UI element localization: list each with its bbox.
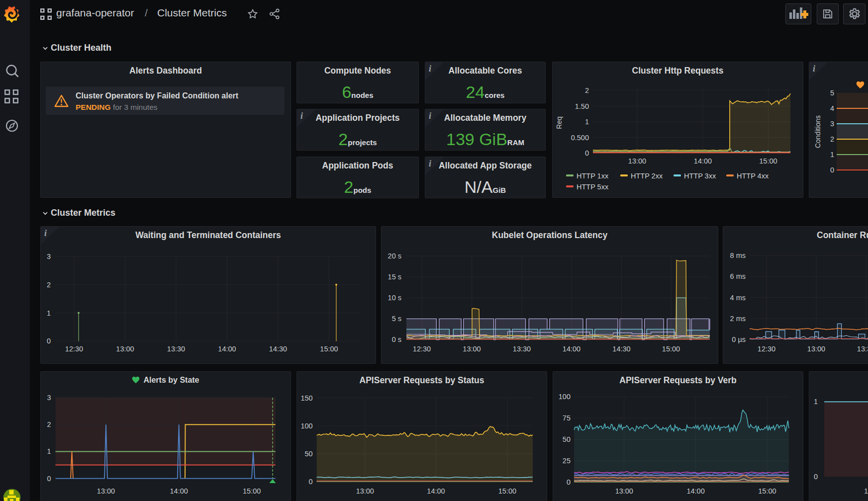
svg-text:2: 2 <box>830 135 834 143</box>
svg-text:1: 1 <box>814 398 818 406</box>
svg-text:20 s: 20 s <box>388 252 401 260</box>
svg-text:13:00: 13:00 <box>356 487 374 495</box>
svg-text:2: 2 <box>47 281 51 289</box>
svg-text:50: 50 <box>304 450 312 458</box>
svg-text:50: 50 <box>563 435 571 443</box>
svg-text:15:00: 15:00 <box>662 345 680 353</box>
svg-text:1.50: 1.50 <box>575 102 589 110</box>
svg-text:14:00: 14:00 <box>563 345 580 353</box>
svg-text:12:30: 12:30 <box>758 345 775 353</box>
svg-text:0: 0 <box>585 149 589 157</box>
svg-text:6 ms: 6 ms <box>730 272 746 280</box>
svg-text:150: 150 <box>300 394 312 402</box>
svg-text:0 s: 0 s <box>392 335 401 343</box>
svg-text:14:00: 14:00 <box>427 487 445 495</box>
svg-text:2: 2 <box>585 86 589 94</box>
svg-text:1: 1 <box>864 487 868 495</box>
svg-text:0: 0 <box>567 478 571 486</box>
svg-text:5: 5 <box>830 89 834 97</box>
svg-text:15:00: 15:00 <box>243 487 261 495</box>
svg-text:13:30: 13:30 <box>513 345 531 353</box>
svg-text:10 s: 10 s <box>388 294 401 302</box>
svg-text:75: 75 <box>563 414 571 422</box>
svg-text:25: 25 <box>563 457 571 465</box>
svg-text:13:30: 13:30 <box>167 345 185 353</box>
svg-text:13:00: 13:00 <box>97 487 115 495</box>
svg-text:15 s: 15 s <box>388 273 401 281</box>
svg-text:0 µs: 0 µs <box>732 335 746 343</box>
svg-text:HTTP 2xx: HTTP 2xx <box>631 172 663 180</box>
svg-text:15:00: 15:00 <box>758 487 776 495</box>
svg-text:100: 100 <box>559 393 571 401</box>
svg-text:1: 1 <box>585 118 589 126</box>
svg-text:14:00: 14:00 <box>218 345 236 353</box>
svg-text:13:30: 13:30 <box>857 345 868 353</box>
svg-text:12:30: 12:30 <box>413 345 431 353</box>
svg-text:4: 4 <box>830 104 834 112</box>
svg-text:14:30: 14:30 <box>269 345 287 353</box>
svg-text:1: 1 <box>830 151 834 159</box>
svg-text:2: 2 <box>47 420 51 428</box>
svg-text:3: 3 <box>830 120 834 128</box>
svg-text:4 ms: 4 ms <box>730 294 746 302</box>
svg-text:13:00: 13:00 <box>628 157 646 165</box>
svg-text:Conditions: Conditions <box>814 115 822 148</box>
svg-text:3: 3 <box>47 252 51 260</box>
svg-text:100: 100 <box>300 422 312 430</box>
svg-text:0.500: 0.500 <box>571 134 589 142</box>
svg-text:3: 3 <box>47 394 51 402</box>
svg-text:0: 0 <box>814 473 818 481</box>
svg-text:14:00: 14:00 <box>686 487 704 495</box>
svg-text:0: 0 <box>47 475 51 483</box>
svg-text:1: 1 <box>47 447 51 455</box>
svg-text:15:00: 15:00 <box>320 345 338 353</box>
svg-text:13:00: 13:00 <box>807 345 825 353</box>
svg-text:1: 1 <box>47 309 51 317</box>
svg-text:12:30: 12:30 <box>65 345 83 353</box>
svg-text:Req: Req <box>555 116 563 129</box>
svg-text:HTTP 1xx: HTTP 1xx <box>577 172 609 180</box>
svg-text:15:00: 15:00 <box>498 487 516 495</box>
svg-text:0: 0 <box>47 337 51 345</box>
svg-text:15:00: 15:00 <box>759 157 777 165</box>
svg-text:0: 0 <box>830 166 834 174</box>
svg-text:14:00: 14:00 <box>170 487 188 495</box>
svg-text:8 ms: 8 ms <box>730 251 746 259</box>
svg-text:13:00: 13:00 <box>463 345 481 353</box>
svg-text:13:00: 13:00 <box>615 487 633 495</box>
svg-text:14:30: 14:30 <box>612 345 630 353</box>
svg-text:5 s: 5 s <box>392 315 401 323</box>
svg-text:0: 0 <box>309 478 313 486</box>
svg-text:HTTP 5xx: HTTP 5xx <box>577 183 609 191</box>
svg-text:HTTP 4xx: HTTP 4xx <box>737 172 769 180</box>
svg-text:13:00: 13:00 <box>116 345 134 353</box>
svg-text:14:00: 14:00 <box>694 157 712 165</box>
svg-text:2 ms: 2 ms <box>730 315 746 323</box>
svg-text:HTTP 3xx: HTTP 3xx <box>684 172 716 180</box>
